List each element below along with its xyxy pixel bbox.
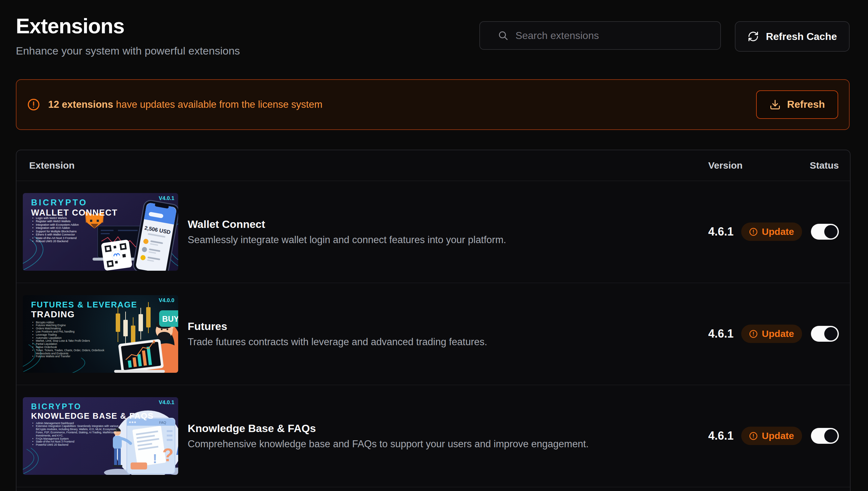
refresh-cache-label: Refresh Cache xyxy=(766,31,837,42)
faq-document-graphic: FAQ ? ! xyxy=(127,418,175,474)
status-toggle[interactable] xyxy=(811,428,839,444)
toggle-knob xyxy=(824,429,838,442)
thumb-feature-item: Support for Multiple Blockchains xyxy=(32,230,109,233)
refresh-icon xyxy=(748,31,759,42)
status-toggle[interactable] xyxy=(811,224,839,240)
buy-button-graphic: BUY xyxy=(159,310,178,327)
header-extension: Extension xyxy=(29,160,708,171)
status-cell xyxy=(800,224,839,240)
extension-description: Trade futures contracts with leverage an… xyxy=(188,336,708,348)
status-cell xyxy=(800,428,839,444)
thumb-heading: KNOWLEDGE BASE & FAQS xyxy=(31,411,154,421)
banner-message: 12 extensions have updates available fro… xyxy=(48,99,322,110)
extension-thumbnail: BUY V4.0.0 FUTURES & LEVERAGE TR xyxy=(23,295,178,373)
update-button[interactable]: Update xyxy=(741,427,802,445)
update-button[interactable]: Update xyxy=(741,223,802,241)
version-number: 4.6.1 xyxy=(708,429,733,442)
alert-circle-icon xyxy=(749,330,758,338)
extension-thumbnail: 2,506 USD V4.0.1 BICRYPTO WALLET CONNECT… xyxy=(23,193,178,271)
extension-info: Futures Trade futures contracts with lev… xyxy=(178,320,708,348)
extension-name: Futures xyxy=(188,320,708,333)
update-label: Update xyxy=(762,226,794,237)
extension-description: Comprehensive knowledge base and FAQs to… xyxy=(188,438,708,450)
faq-label-text: FAQ xyxy=(159,421,166,425)
version-number: 4.6.1 xyxy=(708,225,733,238)
version-cell: 4.6.1 Update xyxy=(708,427,800,445)
version-number: 4.6.1 xyxy=(708,327,733,341)
thumb-feature-item: Ethers 6 with Wallet Connector xyxy=(32,233,109,236)
qr-code-graphic xyxy=(101,239,132,271)
extension-row-futures[interactable]: BUY V4.0.0 FUTURES & LEVERAGE TR xyxy=(17,283,850,385)
thumb-feature-list: Login with Web3 WalletsRegister with Web… xyxy=(32,216,109,243)
header-status: Status xyxy=(800,160,839,171)
alert-circle-icon xyxy=(749,228,758,236)
thumb-feature-item: Robust UWS 20 Backend xyxy=(32,240,109,243)
extension-info: Wallet Connect Seamlessly integrate wall… xyxy=(178,218,708,246)
page-subtitle: Enhance your system with powerful extens… xyxy=(16,45,240,57)
thumb-feature-item: State-of-the-Art Nuxt 3 Frontend xyxy=(32,236,109,240)
search-icon xyxy=(498,30,509,41)
banner-message-text: have updates available from the license … xyxy=(113,99,322,110)
thumb-feature-item: Integration with Ecosystem Addon xyxy=(32,223,109,227)
update-button[interactable]: Update xyxy=(741,325,802,343)
search-box xyxy=(479,21,721,50)
search-input[interactable] xyxy=(509,30,720,41)
thumb-feature-item: Futures Wallets and Transfer xyxy=(32,355,118,358)
thumb-brand: FUTURES & LEVERAGE xyxy=(31,300,137,310)
laptop-growth-chart-graphic xyxy=(118,339,164,373)
header-version: Version xyxy=(708,160,800,171)
extensions-page: Extensions Enhance your system with powe… xyxy=(0,0,868,491)
exclamation-mark-graphic: ! xyxy=(153,452,157,466)
thumb-heading: TRADING xyxy=(31,309,75,319)
banner-refresh-label: Refresh xyxy=(787,98,825,110)
thumb-feature-list: Admin Management DashboardExtensive Inte… xyxy=(32,422,121,446)
toggle-knob xyxy=(824,327,838,341)
table-header: Extension Version Status xyxy=(17,150,850,181)
status-cell xyxy=(800,326,839,342)
thumb-version-badge: V4.0.0 xyxy=(159,297,174,304)
thumb-feature-item: Register with Web3 Wallets xyxy=(32,220,109,223)
download-icon xyxy=(770,99,781,110)
refresh-cache-button[interactable]: Refresh Cache xyxy=(735,21,849,52)
page-title: Extensions xyxy=(16,15,240,38)
thumb-version-badge: V4.0.1 xyxy=(159,399,174,406)
extension-name: Knowledge Base & FAQs xyxy=(188,422,708,435)
banner-update-count: 12 extensions xyxy=(48,99,113,110)
topbar-actions: Refresh Cache xyxy=(479,21,849,52)
alert-circle-icon xyxy=(27,98,40,111)
toggle-knob xyxy=(824,225,838,238)
extension-info: Knowledge Base & FAQs Comprehensive know… xyxy=(178,422,708,450)
thumb-feature-list: Bicrypto AddonFutures Matching EngineOrd… xyxy=(32,321,118,358)
thumb-feature-item: Extensive Integration Capabilities: Seam… xyxy=(32,425,121,437)
topbar: Extensions Enhance your system with powe… xyxy=(0,0,868,57)
thumb-feature-item: Powerful UWS 20 Backend xyxy=(32,443,121,446)
version-cell: 4.6.1 Update xyxy=(708,325,800,343)
version-cell: 4.6.1 Update xyxy=(708,223,800,241)
extension-row-knowledge-base[interactable]: FAQ ? ! xyxy=(17,385,850,487)
buy-label-text: BUY xyxy=(162,314,178,323)
update-alert-banner: 12 extensions have updates available fro… xyxy=(16,79,849,130)
thumb-feature-item: Login with Web3 Wallets xyxy=(32,216,109,220)
page-heading: Extensions Enhance your system with powe… xyxy=(16,15,240,57)
thumb-brand: BICRYPTO xyxy=(31,402,82,411)
banner-refresh-button[interactable]: Refresh xyxy=(756,90,838,119)
status-toggle[interactable] xyxy=(811,326,839,342)
extension-row-partial xyxy=(17,487,850,491)
extension-row-wallet-connect[interactable]: 2,506 USD V4.0.1 BICRYPTO WALLET CONNECT… xyxy=(17,181,850,283)
question-mark-graphic: ? xyxy=(162,444,173,465)
thumb-version-badge: V4.0.1 xyxy=(159,195,174,202)
thumb-feature-item: Ticker, Tickers, Trades, Charts, Order, … xyxy=(32,349,118,355)
thumb-feature-item: Integration with ICO Addon xyxy=(32,226,109,230)
thumb-brand: BICRYPTO xyxy=(31,198,87,208)
extension-thumbnail: FAQ ? ! xyxy=(23,397,178,475)
update-label: Update xyxy=(762,430,794,441)
extensions-table: Extension Version Status xyxy=(16,150,850,491)
extension-description: Seamlessly integrate wallet login and co… xyxy=(188,234,708,246)
alert-circle-icon xyxy=(749,432,758,440)
extension-name: Wallet Connect xyxy=(188,218,708,230)
update-label: Update xyxy=(762,328,794,339)
